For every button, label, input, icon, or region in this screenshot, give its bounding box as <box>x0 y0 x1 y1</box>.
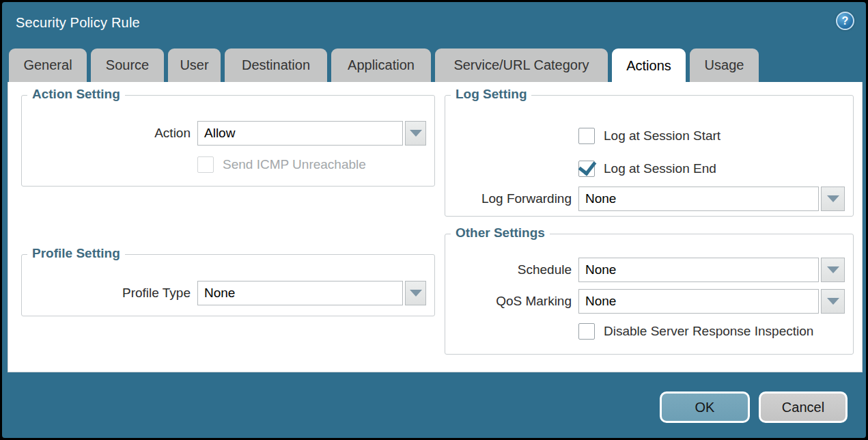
tab-application[interactable]: Application <box>331 49 431 82</box>
profile-type-combo: None <box>197 281 426 305</box>
profile-type-select-button[interactable] <box>405 281 426 305</box>
log-at-session-start-checkbox[interactable] <box>578 128 595 144</box>
qos-marking-combo: None <box>578 289 845 314</box>
cancel-button[interactable]: Cancel <box>759 391 848 423</box>
other-settings-group: Other Settings Schedule None QoS Marking… <box>445 234 854 355</box>
security-policy-rule-dialog: Security Policy Rule ? General Source Us… <box>0 0 868 440</box>
action-select-button[interactable] <box>405 121 426 146</box>
tab-destination[interactable]: Destination <box>225 49 327 82</box>
action-setting-legend: Action Setting <box>27 87 125 102</box>
log-at-session-end-checkbox[interactable] <box>578 161 595 177</box>
tab-usage[interactable]: Usage <box>690 49 759 82</box>
qos-marking-row: QoS Marking None <box>445 289 853 314</box>
action-label: Action <box>22 126 191 141</box>
chevron-down-icon <box>410 290 422 297</box>
log-forwarding-select-button[interactable] <box>821 187 845 211</box>
profile-setting-legend: Profile Setting <box>27 246 125 261</box>
tab-service-url-category[interactable]: Service/URL Category <box>435 49 608 82</box>
dsri-row: Disable Server Response Inspection <box>445 323 853 340</box>
log-forwarding-combo: None <box>578 187 845 211</box>
schedule-select[interactable]: None <box>578 258 819 282</box>
other-settings-legend: Other Settings <box>451 225 550 240</box>
ok-button[interactable]: OK <box>660 391 750 423</box>
log-setting-legend: Log Setting <box>451 87 531 102</box>
chevron-down-icon <box>827 266 839 273</box>
disable-server-response-inspection-label: Disable Server Response Inspection <box>604 324 813 339</box>
action-setting-group: Action Setting Action Allow Send ICMP Un… <box>21 95 435 187</box>
send-icmp-row: Send ICMP Unreachable <box>22 156 434 173</box>
log-session-end-row: Log at Session End <box>445 161 853 177</box>
qos-marking-select-button[interactable] <box>821 289 845 314</box>
send-icmp-unreachable-label: Send ICMP Unreachable <box>223 157 366 172</box>
chevron-down-icon <box>827 298 839 305</box>
log-at-session-start-label: Log at Session Start <box>604 128 720 143</box>
qos-marking-label: QoS Marking <box>445 294 572 309</box>
schedule-row: Schedule None <box>445 258 853 282</box>
send-icmp-unreachable-checkbox <box>197 156 214 173</box>
disable-server-response-inspection-checkbox[interactable] <box>578 323 595 340</box>
tab-content-panel: Action Setting Action Allow Send ICMP Un… <box>8 82 863 372</box>
action-combo: Allow <box>197 121 426 146</box>
log-forwarding-label: Log Forwarding <box>445 191 572 206</box>
profile-type-label: Profile Type <box>22 286 191 301</box>
log-at-session-end-label: Log at Session End <box>604 161 716 176</box>
tab-bar: General Source User Destination Applicat… <box>9 49 759 83</box>
tab-actions[interactable]: Actions <box>612 49 686 83</box>
schedule-select-button[interactable] <box>821 258 845 282</box>
qos-marking-select[interactable]: None <box>578 289 819 314</box>
tab-user[interactable]: User <box>168 49 221 82</box>
chevron-down-icon <box>827 195 839 202</box>
action-select[interactable]: Allow <box>197 121 403 146</box>
chevron-down-icon <box>410 130 422 137</box>
tab-general[interactable]: General <box>9 49 87 82</box>
action-row: Action Allow <box>22 121 434 146</box>
dialog-title: Security Policy Rule <box>16 15 140 31</box>
schedule-combo: None <box>578 258 845 282</box>
profile-setting-group: Profile Setting Profile Type None <box>21 254 435 316</box>
log-forwarding-row: Log Forwarding None <box>445 187 853 211</box>
log-session-start-row: Log at Session Start <box>445 128 853 144</box>
schedule-label: Schedule <box>445 262 572 277</box>
log-setting-group: Log Setting Log at Session Start Log at … <box>445 95 854 217</box>
profile-type-select[interactable]: None <box>197 281 403 305</box>
tab-source[interactable]: Source <box>91 49 164 82</box>
log-forwarding-select[interactable]: None <box>578 187 819 211</box>
profile-type-row: Profile Type None <box>22 281 434 305</box>
help-icon[interactable]: ? <box>836 12 854 30</box>
